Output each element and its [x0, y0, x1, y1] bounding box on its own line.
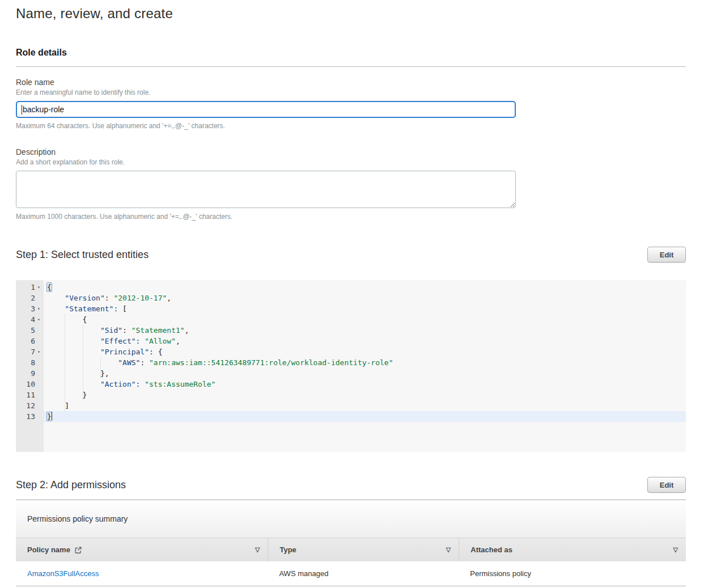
editor-code-line[interactable]: "Sid": "Statement1", — [47, 325, 686, 336]
editor-line-number: 7▾ — [16, 346, 44, 357]
code-fold-icon[interactable]: ▾ — [35, 314, 43, 325]
indent-guide — [83, 325, 83, 400]
description-label: Description — [16, 147, 686, 156]
step2-edit-button[interactable]: Edit — [647, 477, 686, 493]
indent-guide — [100, 357, 101, 379]
editor-code-line[interactable]: { — [47, 314, 686, 325]
editor-line-number: 3▾ — [16, 303, 44, 314]
code-fold-icon[interactable]: ▾ — [35, 346, 43, 357]
step1-edit-button[interactable]: Edit — [647, 247, 686, 263]
code-fold-icon[interactable]: ▾ — [35, 282, 43, 293]
description-hint: Maximum 1000 characters. Use alphanumeri… — [16, 213, 686, 221]
editor-code-line[interactable]: } — [44, 411, 686, 422]
editor-code-line[interactable]: "Effect": "Allow", — [47, 336, 686, 346]
permissions-panel-header: Permissions policy summary — [16, 500, 686, 538]
trust-policy-editor[interactable]: 1▾23▾4▾567▾8910111213 { "Version": "2012… — [16, 280, 686, 452]
step2-header-row: Step 2: Add permissions Edit — [16, 477, 686, 493]
editor-line-number: 10 — [16, 379, 44, 390]
policy-name-column-label: Policy name — [27, 545, 70, 554]
role-name-value: backup-role — [23, 105, 64, 114]
column-header-policy-name[interactable]: Policy name ▽ — [16, 538, 268, 561]
editor-cursor — [52, 412, 52, 420]
type-column-label: Type — [279, 545, 296, 554]
editor-line-number: 11 — [16, 390, 44, 400]
create-role-review-page: Name, review, and create Role details Ro… — [0, 0, 704, 586]
description-field: Description Add a short explanation for … — [16, 147, 686, 221]
editor-line-number: 1▾ — [16, 282, 44, 293]
editor-code-line[interactable]: "Principal": { — [47, 346, 686, 357]
editor-code-line[interactable]: }, — [47, 368, 686, 379]
step1-header-row: Step 1: Select trusted entities Edit — [16, 247, 686, 263]
editor-line-number: 6 — [16, 336, 44, 346]
indent-guide — [65, 314, 65, 411]
external-link-icon — [74, 546, 82, 554]
editor-line-number: 8 — [16, 357, 44, 368]
column-header-attached-as[interactable]: Attached as ▽ — [459, 538, 686, 561]
editor-line-number: 13 — [16, 411, 44, 422]
description-help: Add a short explanation for this role. — [16, 158, 686, 166]
editor-code-line[interactable]: } — [47, 390, 686, 400]
editor-line-number: 2 — [16, 293, 44, 303]
policy-name-link[interactable]: AmazonS3FullAccess — [27, 569, 99, 578]
page-title: Name, review, and create — [16, 6, 686, 22]
role-name-help: Enter a meaningful name to identify this… — [16, 88, 686, 96]
description-textarea[interactable] — [16, 171, 516, 208]
editor-code-line[interactable]: "AWS": "arn:aws:iam::541263489771:role/w… — [47, 357, 686, 368]
table-row: AmazonS3FullAccessAWS managedPermissions… — [16, 561, 686, 586]
editor-line-number: 12 — [16, 400, 44, 411]
editor-code-line[interactable]: "Statement": [ — [47, 303, 686, 314]
filter-dropdown-icon[interactable]: ▽ — [446, 546, 451, 553]
editor-line-number: 9 — [16, 368, 44, 379]
editor-code-line[interactable]: "Action": "sts:AssumeRole" — [47, 379, 686, 390]
editor-code-line[interactable]: "Version": "2012-10-17", — [47, 293, 686, 303]
policy-table-body: AmazonS3FullAccessAWS managedPermissions… — [16, 561, 686, 586]
policy-type-cell: AWS managed — [268, 569, 459, 578]
step1-heading: Step 1: Select trusted entities — [16, 249, 149, 261]
column-header-type[interactable]: Type ▽ — [268, 538, 459, 561]
editor-lines[interactable]: { "Version": "2012-10-17", "Statement": … — [44, 280, 686, 452]
role-name-hint: Maximum 64 characters. Use alphanumeric … — [16, 122, 686, 130]
section-divider — [16, 66, 686, 67]
permissions-panel: Permissions policy summary Policy name ▽… — [16, 500, 686, 586]
text-cursor — [22, 105, 22, 115]
attached-as-column-label: Attached as — [470, 545, 512, 554]
permissions-panel-title: Permissions policy summary — [27, 514, 128, 523]
policy-table-header: Policy name ▽ Type ▽ Attached as — [16, 538, 686, 561]
code-fold-icon[interactable]: ▾ — [35, 303, 43, 314]
filter-dropdown-icon[interactable]: ▽ — [673, 546, 678, 553]
editor-gutter: 1▾23▾4▾567▾8910111213 — [16, 280, 44, 452]
role-details-heading: Role details — [16, 48, 686, 58]
step2-heading: Step 2: Add permissions — [16, 479, 126, 491]
editor-line-number: 5 — [16, 325, 44, 336]
attached-as-cell: Permissions policy — [459, 569, 686, 578]
filter-dropdown-icon[interactable]: ▽ — [255, 546, 260, 553]
role-name-label: Role name — [16, 78, 686, 87]
editor-code-line[interactable]: ] — [47, 400, 686, 411]
role-name-field: Role name Enter a meaningful name to ide… — [16, 78, 686, 130]
role-details-section: Role details Role name Enter a meaningfu… — [16, 48, 686, 221]
editor-line-number: 4▾ — [16, 314, 44, 325]
role-name-input[interactable]: backup-role — [16, 101, 516, 118]
editor-code-line[interactable]: { — [47, 282, 686, 293]
